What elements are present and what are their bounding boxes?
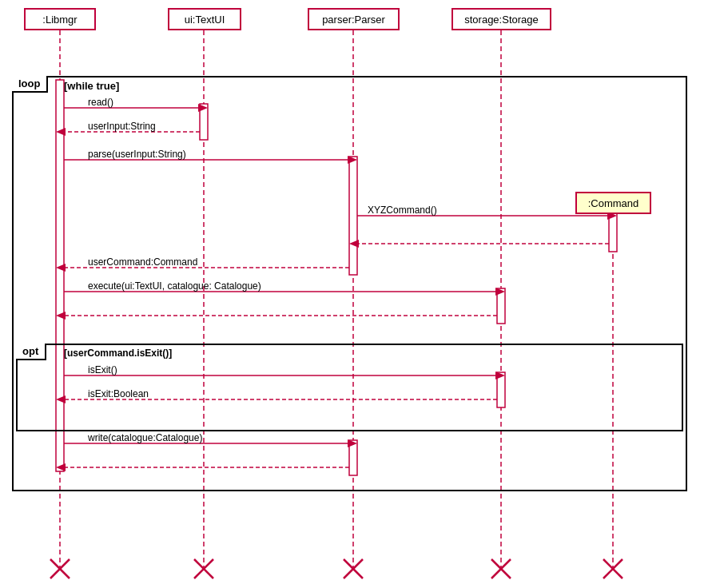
svg-line-43 — [491, 559, 511, 578]
loop-label-tab: loop — [12, 76, 48, 93]
actor-parser: parser:Parser — [308, 8, 400, 30]
opt-condition: [userCommand.isExit()] — [64, 348, 172, 359]
svg-line-36 — [50, 559, 70, 578]
svg-line-37 — [50, 559, 70, 578]
svg-line-39 — [194, 559, 213, 578]
msg-userinput: userInput:String — [88, 121, 156, 132]
actor-textui: ui:TextUI — [168, 8, 241, 30]
sequence-diagram: loop [while true] opt [userCommand.isExi… — [0, 0, 716, 588]
opt-label-tab: opt — [16, 344, 46, 360]
actor-libmgr: :Libmgr — [24, 8, 96, 30]
msg-isexit-call: isExit() — [88, 364, 117, 375]
msg-execute: execute(ui:TextUI, catalogue: Catalogue) — [88, 280, 261, 292]
loop-condition: [while true] — [64, 80, 119, 92]
msg-write: write(catalogue:Catalogue) — [88, 432, 202, 443]
msg-read: read() — [88, 97, 113, 108]
svg-line-38 — [194, 559, 213, 578]
msg-isexit-return: isExit:Boolean — [88, 388, 149, 399]
msg-parse: parse(userInput:String) — [88, 149, 186, 160]
svg-line-40 — [344, 559, 363, 578]
actor-storage: storage:Storage — [451, 8, 551, 30]
actor-command: :Command — [575, 192, 651, 214]
svg-line-42 — [491, 559, 511, 578]
svg-line-45 — [603, 559, 623, 578]
msg-usercommand: userCommand:Command — [88, 256, 197, 268]
msg-xyzcommand: XYZCommand() — [368, 205, 437, 216]
svg-line-41 — [344, 559, 363, 578]
svg-line-44 — [603, 559, 623, 578]
